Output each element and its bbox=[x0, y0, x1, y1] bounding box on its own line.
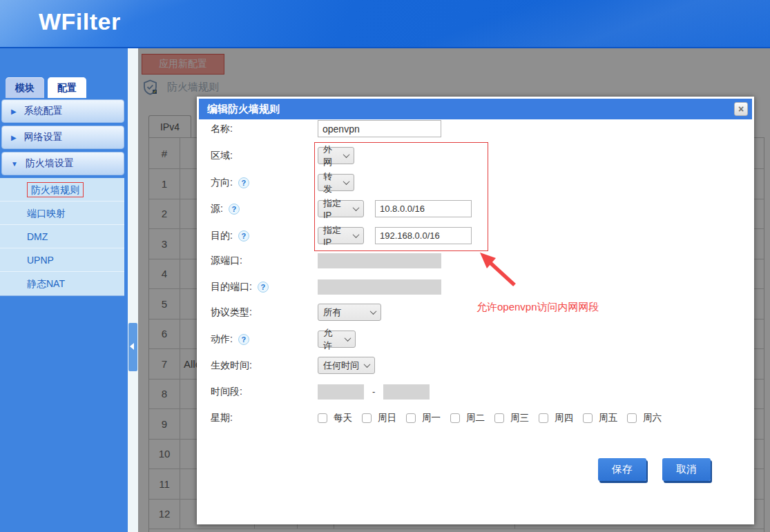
checkbox[interactable] bbox=[406, 413, 416, 423]
week-option: 周五 bbox=[583, 412, 617, 424]
sidebar-menu-label: 网络设置 bbox=[24, 131, 63, 144]
dport-label: 目的端口: ? bbox=[211, 281, 318, 293]
week-option: 周四 bbox=[539, 412, 573, 424]
source-mode-select[interactable]: 指定IP bbox=[318, 200, 364, 217]
chevron-down-icon bbox=[343, 178, 350, 185]
row-action: 动作: ? 允许 bbox=[211, 330, 745, 348]
sidebar-tab[interactable]: 配置 bbox=[48, 77, 86, 98]
checkbox[interactable] bbox=[583, 413, 593, 423]
effective-time-value: 任何时间 bbox=[323, 359, 359, 372]
checkbox[interactable] bbox=[627, 413, 637, 423]
direction-select-value: 转发 bbox=[323, 170, 339, 195]
chevron-down-icon bbox=[345, 335, 352, 342]
source-label-text: 源: bbox=[211, 203, 223, 215]
period-start-input-disabled bbox=[318, 384, 364, 400]
sidebar-subitem-label: DMZ bbox=[27, 231, 48, 242]
effective-label: 生效时间: bbox=[211, 359, 318, 372]
close-icon[interactable]: × bbox=[734, 102, 748, 116]
checkbox[interactable] bbox=[539, 413, 548, 423]
chevron-down-icon bbox=[364, 361, 371, 368]
help-icon[interactable]: ? bbox=[238, 334, 249, 345]
sport-label: 源端口: bbox=[211, 255, 318, 267]
effective-time-select[interactable]: 任何时间 bbox=[318, 357, 375, 374]
sidebar-submenu: 防火墙规则端口映射DMZUPNP静态NAT bbox=[0, 178, 124, 296]
sidebar-tabs: 模块配置 bbox=[6, 77, 86, 98]
app-logo: WFilter bbox=[39, 8, 121, 35]
sidebar-menu-item[interactable]: ▶网络设置 bbox=[1, 126, 124, 149]
help-icon[interactable]: ? bbox=[238, 177, 249, 188]
checkbox[interactable] bbox=[450, 413, 460, 423]
sidebar-subitem[interactable]: UPNP bbox=[0, 248, 124, 272]
week-option-label: 周一 bbox=[422, 412, 441, 424]
week-options: 每天周日周一周二周三周四周五周六 bbox=[318, 412, 671, 424]
sidebar-subitem-label: 静态NAT bbox=[27, 278, 65, 289]
row-source: 源: ? 指定IP bbox=[211, 199, 745, 218]
dest-ip-input[interactable] bbox=[375, 227, 472, 244]
period-label: 时间段: bbox=[211, 386, 318, 398]
help-icon[interactable]: ? bbox=[258, 282, 269, 293]
cancel-button[interactable]: 取消 bbox=[662, 458, 711, 481]
sidebar: 模块配置 ▶系统配置▶网络设置▼防火墙设置防火墙规则端口映射DMZUPNP静态N… bbox=[0, 48, 128, 532]
sidebar-subitem[interactable]: 防火墙规则 bbox=[0, 178, 124, 201]
row-name: 名称: bbox=[211, 119, 745, 138]
sidebar-menu-item[interactable]: ▶系统配置 bbox=[1, 99, 124, 123]
week-option-label: 周日 bbox=[378, 412, 396, 424]
sidebar-subitem[interactable]: DMZ bbox=[0, 225, 124, 248]
triangle-right-icon: ▶ bbox=[11, 134, 17, 141]
row-direction: 方向: ? 转发 bbox=[211, 173, 745, 192]
modal-body: 名称: 区域: 外网 方向: ? 转发 源: ? bbox=[199, 119, 752, 522]
source-mode-value: 指定IP bbox=[323, 197, 349, 220]
row-sport: 源端口: bbox=[211, 251, 745, 270]
modal-titlebar: 编辑防火墙规则 × bbox=[199, 99, 752, 119]
week-option-label: 每天 bbox=[334, 412, 352, 424]
sidebar-subitem-label: 端口映射 bbox=[27, 208, 66, 219]
help-icon[interactable]: ? bbox=[229, 204, 240, 215]
modal-title: 编辑防火墙规则 bbox=[199, 99, 752, 119]
help-icon[interactable]: ? bbox=[238, 230, 249, 242]
action-label: 动作: ? bbox=[211, 333, 318, 346]
sidebar-collapse-handle[interactable] bbox=[128, 323, 137, 371]
name-input[interactable] bbox=[318, 120, 441, 137]
sidebar-subitem[interactable]: 端口映射 bbox=[0, 201, 124, 225]
week-option: 周六 bbox=[627, 412, 662, 424]
week-option-label: 周三 bbox=[510, 412, 529, 424]
week-option: 周二 bbox=[450, 412, 485, 424]
collapse-left-icon bbox=[130, 343, 134, 350]
protocol-select[interactable]: 所有 bbox=[318, 304, 381, 321]
direction-select[interactable]: 转发 bbox=[318, 174, 354, 191]
triangle-right-icon: ▶ bbox=[11, 108, 17, 115]
source-ip-input[interactable] bbox=[375, 200, 472, 217]
week-option-label: 周二 bbox=[466, 412, 485, 424]
sidebar-subitem[interactable]: 静态NAT bbox=[0, 272, 124, 295]
dest-mode-select[interactable]: 指定IP bbox=[318, 227, 364, 244]
checkbox[interactable] bbox=[362, 413, 372, 423]
period-separator: - bbox=[372, 386, 375, 397]
dest-label-text: 目的: bbox=[211, 230, 233, 242]
row-effective: 生效时间: 任何时间 bbox=[211, 356, 745, 375]
zone-label: 区域: bbox=[211, 150, 318, 162]
source-port-input-disabled bbox=[318, 253, 441, 268]
sidebar-menu-item[interactable]: ▼防火墙设置 bbox=[1, 152, 124, 175]
dest-mode-value: 指定IP bbox=[323, 224, 349, 247]
row-zone: 区域: 外网 bbox=[211, 146, 745, 165]
action-select[interactable]: 允许 bbox=[318, 331, 356, 348]
week-option: 周日 bbox=[362, 412, 396, 424]
week-option: 周一 bbox=[406, 412, 441, 424]
row-dport: 目的端口: ? bbox=[211, 277, 745, 296]
annotation-text: 允许openvpn访问内网网段 bbox=[477, 301, 599, 314]
sidebar-subitem-label: UPNP bbox=[27, 255, 54, 266]
dest-label: 目的: ? bbox=[211, 230, 318, 242]
sidebar-collapse-strip bbox=[128, 48, 138, 532]
edit-rule-modal: 编辑防火墙规则 × 名称: 区域: 外网 方向: ? 转发 bbox=[197, 97, 754, 524]
week-option: 周三 bbox=[494, 412, 529, 424]
source-label: 源: ? bbox=[211, 203, 318, 215]
week-option-label: 周五 bbox=[599, 412, 617, 424]
checkbox[interactable] bbox=[318, 413, 327, 423]
chevron-down-icon bbox=[370, 308, 377, 315]
sidebar-tab[interactable]: 模块 bbox=[6, 77, 44, 98]
app-header: WFilter bbox=[0, 0, 770, 48]
protocol-select-value: 所有 bbox=[323, 306, 341, 319]
checkbox[interactable] bbox=[494, 413, 504, 423]
zone-select[interactable]: 外网 bbox=[318, 147, 354, 164]
save-button[interactable]: 保存 bbox=[598, 458, 646, 481]
